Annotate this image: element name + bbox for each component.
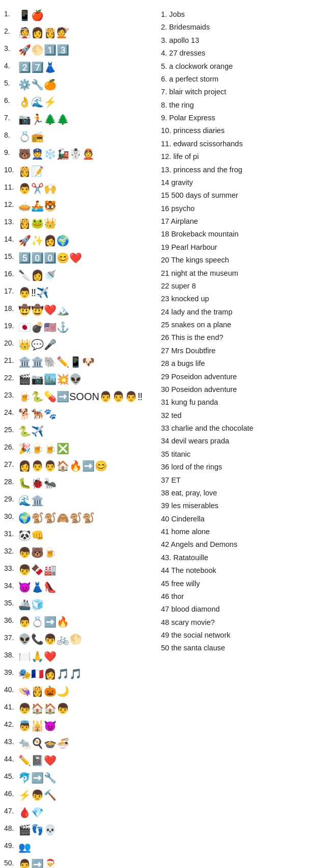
- item-emojis: 🎬📷🏙️💥👽: [18, 372, 157, 386]
- emoji-item: 32.👦🐻🍺: [4, 545, 157, 562]
- answer-item: 2. Bridesmaids: [161, 21, 322, 34]
- item-number: 9.: [4, 147, 18, 159]
- answer-item: 50 the santa clause: [161, 642, 322, 654]
- answer-item: 8. the ring: [161, 99, 322, 112]
- item-emojis: 🐼👊: [18, 528, 157, 542]
- item-emojis: 🩸💎: [18, 805, 157, 820]
- item-emojis: 👸🐸👑: [18, 216, 157, 230]
- item-emojis: 🐛🐞🐜: [18, 476, 157, 490]
- item-emojis: 🌊🏛️: [18, 493, 157, 508]
- item-emojis: 🐍✈️: [18, 424, 157, 438]
- item-emojis: 💍📻: [18, 129, 157, 144]
- emoji-item: 47.🩸💎: [4, 805, 157, 822]
- item-number: 6.: [4, 95, 18, 107]
- item-emojis: 🐕🐕‍🦺🐾: [18, 407, 157, 421]
- answer-item: 17 Airplane: [161, 215, 322, 228]
- item-number: 34.: [4, 580, 18, 592]
- emoji-item: 5.⚙️🔧🍊: [4, 77, 157, 94]
- answer-item: 46 thor: [161, 590, 322, 603]
- item-number: 38.: [4, 649, 18, 662]
- item-number: 17.: [4, 285, 18, 298]
- answer-item: 4. 27 dresses: [161, 47, 322, 60]
- item-number: 13.: [4, 216, 18, 228]
- item-emojis: 👦🏠🏠👦: [18, 701, 157, 716]
- item-emojis: 👸📝: [18, 164, 157, 178]
- item-emojis: ⚙️🔧🍊: [18, 77, 157, 92]
- item-number: 47.: [4, 805, 18, 818]
- emoji-item: 36.👨💍➡️🔥: [4, 615, 157, 631]
- item-number: 24.: [4, 407, 18, 419]
- answer-item: 27 Mrs Doubtfire: [161, 345, 322, 357]
- item-number: 45.: [4, 771, 18, 783]
- answer-item: 25 snakes on a plane: [161, 319, 322, 331]
- item-number: 8.: [4, 129, 18, 142]
- item-number: 18.: [4, 303, 18, 315]
- item-number: 26.: [4, 441, 18, 454]
- item-emojis: 5️⃣0️⃣0️⃣😊❤️: [18, 251, 157, 265]
- item-number: 30.: [4, 511, 18, 523]
- answer-item: 40 Cinderella: [161, 513, 322, 525]
- emoji-item: 14.🚀✨👩🌍: [4, 233, 157, 250]
- emoji-item: 28.🐛🐞🐜: [4, 476, 157, 492]
- item-emojis: 👩👨👨🏠🔥➡️😊: [18, 459, 157, 473]
- item-number: 15.: [4, 251, 18, 263]
- item-number: 49.: [4, 840, 18, 852]
- answer-item: 16 psycho: [161, 202, 322, 215]
- item-number: 1.: [4, 8, 18, 20]
- emoji-item: 41.👦🏠🏠👦: [4, 701, 157, 718]
- answer-item: 9. Polar Express: [161, 112, 322, 124]
- emoji-item: 34.😈👗👠: [4, 580, 157, 596]
- emoji-item: 43.🐀🍳🍲🍜: [4, 736, 157, 752]
- item-emojis: 🚀✨👩🌍: [18, 233, 157, 248]
- item-emojis: 🇯🇵💣🇺🇸⚓: [18, 320, 157, 334]
- item-emojis: 🎉🍺🍺❎: [18, 441, 157, 456]
- item-number: 28.: [4, 476, 18, 488]
- answer-item: 19 Pearl Harbour: [161, 241, 322, 254]
- emoji-item: 33.👦🍫🏭: [4, 563, 157, 579]
- emoji-item: 49.👥: [4, 840, 157, 856]
- item-number: 12.: [4, 199, 18, 211]
- item-emojis: 👨💍➡️🔥: [18, 615, 157, 629]
- emoji-item: 37.👽📞👦🚲🌕: [4, 632, 157, 648]
- answer-item: 22 super 8: [161, 280, 322, 293]
- emoji-item: 39.🎭🇫🇷👩🎵🎵: [4, 667, 157, 683]
- item-emojis: 👨➡️🎅: [18, 857, 157, 868]
- item-number: 5.: [4, 77, 18, 90]
- item-emojis: 🥧🚣🐯: [18, 199, 157, 213]
- emoji-item: 7.📷🏃🌲🌲: [4, 112, 157, 128]
- item-emojis: 🏛️🏛️🐘✏️📱🐶: [18, 355, 157, 369]
- item-number: 35.: [4, 597, 18, 610]
- answer-item: 41 home alone: [161, 525, 322, 538]
- answer-item: 11. edward scissorhands: [161, 138, 322, 150]
- emoji-item: 48.🎬👣💀: [4, 823, 157, 839]
- answer-item: 29 Poseidon adventure: [161, 371, 322, 383]
- answer-item: 43. Ratatouille: [161, 551, 322, 564]
- item-emojis: 👑💬🎤: [18, 337, 157, 352]
- item-number: 40.: [4, 684, 18, 696]
- item-number: 16.: [4, 268, 18, 280]
- answer-item: 36 lord of the rings: [161, 461, 322, 474]
- item-number: 32.: [4, 545, 18, 558]
- item-number: 50.: [4, 857, 18, 868]
- item-emojis: 😈👗👠: [18, 580, 157, 594]
- item-number: 7.: [4, 112, 18, 124]
- item-emojis: 🎭🇫🇷👩🎵🎵: [18, 667, 157, 681]
- emoji-item: 2.👰👩👸💇: [4, 25, 157, 42]
- item-number: 46.: [4, 788, 18, 800]
- item-emojis: 👽📞👦🚲🌕: [18, 632, 157, 646]
- item-number: 23.: [4, 389, 18, 402]
- item-emojis: 👼🕌😈: [18, 719, 157, 733]
- emoji-item: 31.🐼👊: [4, 528, 157, 544]
- answer-item: 21 night at the museum: [161, 267, 322, 280]
- emoji-item: 25.🐍✈️: [4, 424, 157, 440]
- answer-item: 38 eat, pray, love: [161, 487, 322, 499]
- answer-item: 20 The kings speech: [161, 254, 322, 267]
- answer-item: 15 500 days of summer: [161, 189, 322, 202]
- item-emojis: 🍽️🙏❤️: [18, 649, 157, 664]
- item-emojis: ✏️📓❤️: [18, 753, 157, 768]
- item-emojis: 📷🏃🌲🌲: [18, 112, 157, 126]
- answer-item: 32 ted: [161, 409, 322, 422]
- item-emojis: 🚀🌕1️⃣3️⃣: [18, 43, 157, 57]
- emoji-item: 22.🎬📷🏙️💥👽: [4, 372, 157, 388]
- emoji-item: 18.🤠🤠❤️🏔️: [4, 303, 157, 319]
